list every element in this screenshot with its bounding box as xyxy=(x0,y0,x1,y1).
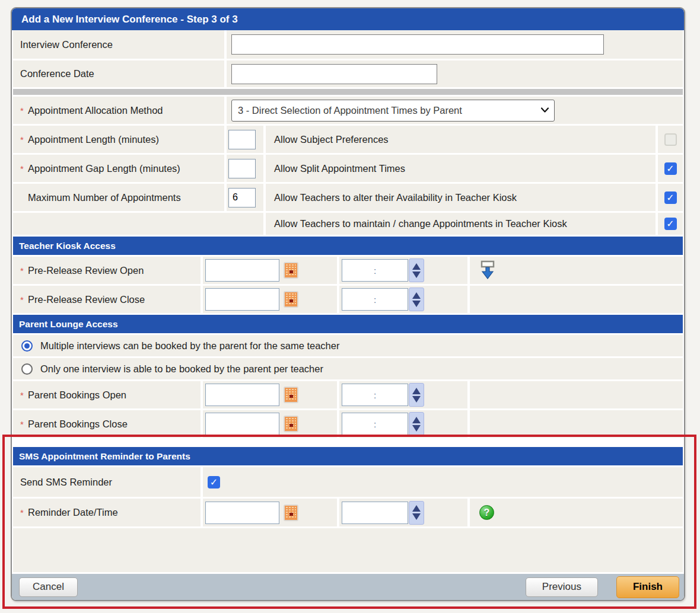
pre-release-open-extra-cell xyxy=(470,257,683,284)
pre-release-close-date-cell xyxy=(203,286,337,313)
parent-bookings-open-time-input[interactable] xyxy=(342,384,408,406)
max-appointments-input[interactable] xyxy=(228,188,256,207)
interview-conference-input[interactable] xyxy=(231,34,604,55)
parent-bookings-close-extra-cell xyxy=(470,410,683,438)
parent-lounge-header-label: Parent Lounge Access xyxy=(19,319,118,330)
calendar-icon[interactable] xyxy=(283,504,299,522)
appointment-gap-label-cell: * Appointment Gap Length (minutes) xyxy=(13,155,224,182)
pre-release-open-row: * Pre-Release Review Open xyxy=(13,257,683,284)
allocation-method-select-wrap: 3 - Direct Selection of Appointment Time… xyxy=(231,100,555,122)
reminder-extra-cell: ? xyxy=(470,499,683,526)
appointment-gap-label: Appointment Gap Length (minutes) xyxy=(28,163,180,174)
time-spinner[interactable] xyxy=(409,412,424,436)
radio-multiple-cell: Multiple interviews can be booked by the… xyxy=(13,335,683,356)
teacher-maintain-checkbox-cell xyxy=(658,213,683,235)
pre-release-open-label-cell: * Pre-Release Review Open xyxy=(13,257,201,284)
parent-bookings-open-date-input[interactable] xyxy=(205,384,279,406)
required-asterisk: * xyxy=(20,390,28,400)
reminder-date-input[interactable] xyxy=(205,502,279,524)
conference-date-row: Conference Date xyxy=(13,60,683,87)
reminder-time-cell xyxy=(339,499,467,526)
time-spinner[interactable] xyxy=(409,258,424,282)
previous-button[interactable]: Previous xyxy=(526,577,598,597)
required-asterisk: * xyxy=(20,507,28,518)
parent-bookings-close-label-cell: * Parent Bookings Close xyxy=(13,410,201,438)
send-sms-row: Send SMS Reminder xyxy=(13,467,683,497)
reminder-datetime-row: * Reminder Date/Time xyxy=(13,499,683,526)
pre-release-close-row: * Pre-Release Review Close xyxy=(13,286,683,313)
interview-conference-row: Interview Conference xyxy=(13,30,683,59)
interview-conference-label-cell: Interview Conference xyxy=(13,30,224,59)
time-spinner[interactable] xyxy=(409,383,424,407)
pre-release-open-date-cell xyxy=(203,257,337,284)
pre-release-close-label-cell: * Pre-Release Review Close xyxy=(13,286,201,313)
pre-release-close-date-input[interactable] xyxy=(205,288,279,311)
empty-area xyxy=(13,528,683,572)
copy-down-icon[interactable] xyxy=(479,260,496,280)
parent-bookings-close-label: Parent Bookings Close xyxy=(28,419,128,430)
parent-bookings-open-label: Parent Bookings Open xyxy=(28,389,126,401)
allow-subject-preferences-checkbox-cell xyxy=(658,126,683,153)
dialog-panel: Add a New Interview Conference - Step 3 … xyxy=(11,7,685,601)
appointment-length-input[interactable] xyxy=(228,130,256,149)
required-asterisk: * xyxy=(20,295,28,305)
finish-button[interactable]: Finish xyxy=(616,576,679,598)
allocation-method-label: Appointment Allocation Method xyxy=(28,105,163,116)
pre-release-open-time-input[interactable] xyxy=(342,259,408,282)
appointment-length-row: * Appointment Length (minutes) Allow Sub… xyxy=(13,126,683,153)
max-appointments-label-cell: Maximum Number of Appointments xyxy=(13,184,224,211)
teacher-maintain-checkbox[interactable] xyxy=(664,218,677,230)
max-appointments-field-cell xyxy=(227,184,263,211)
pre-release-open-date-input[interactable] xyxy=(205,259,279,282)
allocation-method-row: * Appointment Allocation Method 3 - Dire… xyxy=(13,97,683,124)
max-appointments-row: Maximum Number of Appointments Allow Tea… xyxy=(13,184,683,211)
calendar-icon[interactable] xyxy=(283,261,299,279)
calendar-icon[interactable] xyxy=(283,415,299,433)
conference-date-label-cell: Conference Date xyxy=(13,60,224,87)
only-one-interview-label: Only one interview is able to be booked … xyxy=(40,363,323,375)
allocation-method-select[interactable]: 3 - Direct Selection of Appointment Time… xyxy=(231,100,555,122)
parent-bookings-close-date-input[interactable] xyxy=(205,413,279,435)
reminder-date-cell xyxy=(203,499,337,526)
send-sms-field-cell xyxy=(203,467,683,497)
send-sms-checkbox[interactable] xyxy=(208,476,220,489)
teacher-kiosk-header: Teacher Kiosk Access xyxy=(13,237,683,255)
parent-bookings-open-label-cell: * Parent Bookings Open xyxy=(13,381,201,408)
allow-teacher-availability-label: Allow Teachers to alter their Availabili… xyxy=(274,192,517,203)
radio-row-multiple: Multiple interviews can be booked by the… xyxy=(13,335,683,356)
multiple-interviews-radio[interactable] xyxy=(21,340,33,352)
section-divider xyxy=(13,89,683,95)
parent-bookings-open-extra-cell xyxy=(470,381,683,408)
pre-release-close-time-input[interactable] xyxy=(342,288,408,311)
allow-teacher-availability-checkbox[interactable] xyxy=(664,191,677,204)
calendar-icon[interactable] xyxy=(283,290,299,308)
calendar-icon[interactable] xyxy=(283,386,299,404)
parent-bookings-open-time-cell xyxy=(339,381,467,408)
allocation-method-label-cell: * Appointment Allocation Method xyxy=(13,97,224,124)
teacher-maintain-empty-cell xyxy=(13,213,263,235)
reminder-time-input[interactable] xyxy=(342,502,408,524)
parent-bookings-open-date-cell xyxy=(203,381,337,408)
parent-lounge-header: Parent Lounge Access xyxy=(13,315,683,333)
allow-split-times-checkbox-cell xyxy=(658,155,683,182)
help-icon[interactable]: ? xyxy=(479,505,494,520)
allow-subject-preferences-label: Allow Subject Preferences xyxy=(274,134,389,145)
allow-split-times-label: Allow Split Appointment Times xyxy=(274,163,405,174)
conference-date-input[interactable] xyxy=(231,64,437,84)
pre-release-open-time-cell xyxy=(339,257,467,284)
time-spinner[interactable] xyxy=(409,288,424,311)
allow-split-times-checkbox[interactable] xyxy=(664,162,677,175)
parent-bookings-close-time-input[interactable] xyxy=(342,413,408,435)
conference-date-label: Conference Date xyxy=(20,68,94,79)
required-asterisk: * xyxy=(20,135,28,145)
only-one-interview-radio[interactable] xyxy=(21,363,33,375)
cancel-button[interactable]: Cancel xyxy=(19,577,78,597)
teacher-maintain-cell: Allow Teachers to maintain / change Appo… xyxy=(266,213,656,235)
time-spinner[interactable] xyxy=(409,501,424,525)
appointment-length-label-cell: * Appointment Length (minutes) xyxy=(13,126,224,153)
required-asterisk: * xyxy=(20,106,28,116)
reminder-datetime-label-cell: * Reminder Date/Time xyxy=(13,499,201,526)
appointment-gap-input[interactable] xyxy=(228,159,256,178)
dialog-title-bar: Add a New Interview Conference - Step 3 … xyxy=(12,8,684,30)
allow-split-times-cell: Allow Split Appointment Times xyxy=(266,155,656,182)
